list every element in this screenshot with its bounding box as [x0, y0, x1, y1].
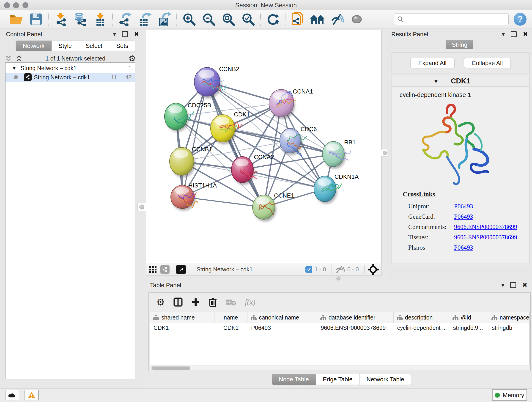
tab-string[interactable]: String [446, 40, 473, 50]
save-session-button[interactable] [26, 12, 46, 27]
import-table-button[interactable] [90, 12, 110, 27]
column-header-canonical-name[interactable]: canonical name [247, 312, 317, 323]
collapse-all-icon[interactable] [5, 55, 12, 62]
tab-sets[interactable]: Sets [109, 41, 135, 51]
export-image-button[interactable] [154, 12, 174, 27]
float-panel-icon[interactable] [122, 31, 128, 37]
network-collection-row[interactable]: ▼ String Network – cdk1 1 [6, 63, 135, 73]
column-header-database-identifier[interactable]: database identifier [317, 312, 394, 323]
collapse-all-button[interactable]: Collapse All [464, 58, 511, 68]
node-label-CDC25B: CDC25B [188, 102, 211, 109]
toolbar-separator [260, 13, 261, 26]
crosslink-compartments-[interactable]: 9606.ENSP00000378699 [454, 223, 517, 230]
network-node-CCNB1[interactable] [170, 147, 195, 178]
disclosure-triangle-icon[interactable]: ▼ [12, 65, 17, 71]
export-table-button[interactable] [135, 12, 154, 27]
network-node-CCNE1[interactable] [253, 195, 276, 222]
table-row[interactable]: CDK1CDK1P064939606.ENSP00000378699cyclin… [150, 323, 529, 332]
close-panel-icon[interactable]: ✖ [522, 281, 527, 289]
network-node-CDC6[interactable] [280, 128, 307, 157]
column-header--id[interactable]: @id [449, 312, 488, 323]
birds-eye-grid-icon[interactable] [149, 266, 157, 274]
zoom-selected-button[interactable] [238, 12, 258, 27]
tab-network-table[interactable]: Network Table [360, 374, 411, 385]
cell-name: CDK1 [215, 323, 247, 332]
zoom-fit-button[interactable] [219, 12, 238, 27]
network-overview-icon[interactable] [160, 265, 170, 274]
network-node-CCNA1[interactable] [269, 89, 296, 119]
show-panel-button[interactable] [347, 12, 367, 27]
node-label-CCNB1: CCNB1 [192, 146, 212, 153]
column-header-shared-name[interactable]: shared name [150, 312, 215, 323]
left-splitter-handle[interactable] [138, 203, 146, 211]
zoom-out-button[interactable] [199, 12, 219, 27]
memory-button[interactable]: Memory [492, 389, 527, 401]
tab-edge-table[interactable]: Edge Table [316, 374, 360, 385]
search-input[interactable] [404, 14, 506, 24]
column-label: database identifier [329, 314, 375, 321]
cytoscape-window: Session: New Session [0, 0, 532, 402]
selected-checkbox-icon[interactable] [305, 266, 312, 273]
show-columns-icon[interactable] [173, 298, 183, 307]
collapse-panel-icon[interactable]: ▾ [501, 282, 504, 289]
crosslink-uniprot-[interactable]: P06493 [454, 203, 473, 210]
close-panel-icon[interactable]: ✖ [134, 31, 139, 38]
zoom-in-button[interactable] [179, 12, 199, 27]
detach-view-icon[interactable]: ↗ [176, 265, 186, 274]
zoom-selected-icon [241, 12, 255, 26]
import-network-database-button[interactable] [70, 12, 90, 27]
delete-table-icon[interactable] [226, 298, 236, 306]
graphics-details-button[interactable] [307, 12, 327, 27]
column-header-namespace[interactable]: namespace [488, 312, 529, 323]
crosslink-row: Compartments:9606.ENSP00000378699 [403, 222, 517, 232]
crosslink-genecard-[interactable]: P06493 [454, 213, 473, 220]
cloud-button[interactable] [5, 390, 19, 400]
delete-columns-trash-icon[interactable] [209, 297, 217, 307]
import-network-file-button[interactable] [51, 12, 70, 27]
network-node-HIST1H1A[interactable] [171, 185, 197, 211]
function-builder-icon[interactable]: f(x) [245, 298, 255, 306]
collapse-panel-icon[interactable]: ▾ [113, 31, 116, 38]
fit-selected-crosshair-icon[interactable] [368, 264, 379, 275]
network-node-CCNA2[interactable] [231, 157, 258, 185]
tab-node-table[interactable]: Node Table [272, 374, 316, 385]
table-panel-title: Table Panel [150, 282, 181, 289]
column-label: name [224, 314, 238, 321]
scrollbar-thumb[interactable] [152, 366, 190, 370]
new-network-from-selection-button[interactable] [288, 12, 307, 27]
network-canvas[interactable]: CCNB2CCNA1CDC25BCDK1CDC6RB1CCNB1CCNA2CDK… [146, 30, 382, 263]
gear-icon[interactable]: ⚙ [128, 54, 136, 63]
column-header-name[interactable]: name [215, 312, 247, 323]
column-header-description[interactable]: description [394, 312, 450, 323]
bottom-splitter-handle[interactable] [336, 276, 341, 281]
float-panel-icon[interactable] [511, 31, 517, 37]
tab-network[interactable]: Network [16, 41, 51, 51]
crosslink-tissues-[interactable]: 9606.ENSP00000378699 [454, 234, 517, 241]
collapse-panel-icon[interactable]: ▾ [502, 31, 505, 38]
tab-style[interactable]: Style [51, 41, 79, 51]
tab-select[interactable]: Select [79, 41, 109, 51]
protein-section-header[interactable]: ▼ CDK1 [392, 76, 529, 87]
network-node-CDKN1A[interactable] [314, 176, 342, 204]
column-label: @id [461, 314, 471, 321]
close-panel-icon[interactable]: ✖ [523, 31, 528, 38]
crosslink-pharos-[interactable]: P06493 [454, 244, 473, 251]
network-row[interactable]: String Network – cdk1 11 48 [6, 73, 135, 82]
create-column-plus-icon[interactable] [191, 298, 200, 306]
table-options-gear-icon[interactable]: ⚙ [157, 297, 165, 307]
horizontal-scrollbar[interactable] [150, 366, 530, 370]
zoom-out-icon [202, 12, 215, 26]
control-panel-title: Control Panel [6, 31, 42, 38]
warnings-button[interactable] [25, 390, 39, 400]
search-box[interactable] [394, 13, 509, 25]
refresh-view-button[interactable] [263, 12, 283, 27]
disclosure-triangle-icon[interactable]: ▼ [433, 78, 439, 85]
float-panel-icon[interactable] [510, 282, 516, 288]
export-table-icon [138, 12, 152, 26]
expand-all-icon[interactable] [16, 55, 22, 62]
help-button[interactable]: ? [514, 13, 526, 26]
export-network-button[interactable] [115, 12, 135, 27]
open-session-button[interactable] [6, 12, 26, 27]
hide-panel-button[interactable] [327, 12, 347, 27]
expand-all-button[interactable]: Expand All [410, 58, 455, 68]
